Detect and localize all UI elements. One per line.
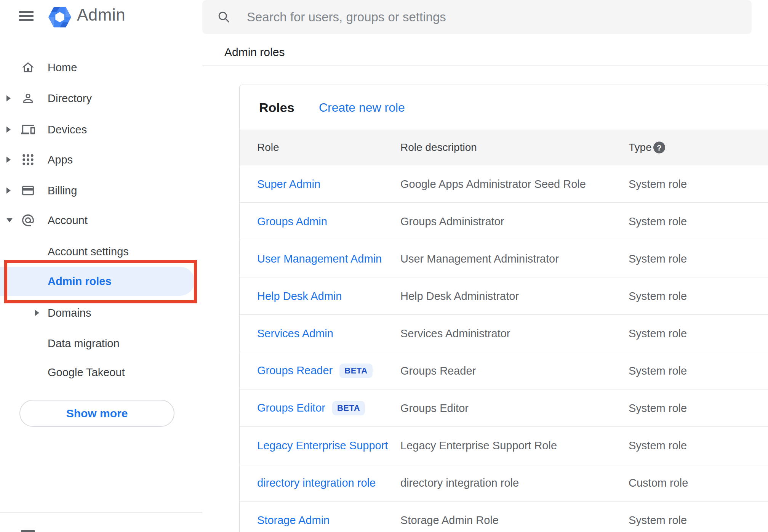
app-title: Admin — [77, 5, 125, 24]
roles-card-header: Roles Create new role — [240, 85, 768, 130]
sidebar-item-label: Account — [48, 214, 88, 227]
sidebar-item-label: Directory — [48, 92, 92, 105]
help-icon[interactable]: ? — [653, 142, 665, 154]
sidebar-item-devices[interactable]: Devices — [0, 114, 202, 145]
sidebar-item-label: Billing — [48, 184, 77, 197]
role-description: Groups Reader — [400, 364, 476, 377]
search-placeholder: Search for users, groups or settings — [247, 10, 446, 24]
clipped-bottom-icon — [21, 530, 35, 532]
column-header-description: Role description — [400, 141, 477, 154]
search-icon — [217, 10, 230, 24]
sidebar-item-google-takeout[interactable]: Google Takeout — [0, 357, 202, 388]
beta-badge: BETA — [332, 401, 365, 415]
table-row: Groups Editor BETA Groups Editor System … — [240, 389, 768, 427]
role-link[interactable]: Legacy Enterprise Support — [257, 439, 388, 452]
role-link[interactable]: Groups Reader — [257, 364, 333, 377]
table-row: Legacy Enterprise Support Legacy Enterpr… — [240, 427, 768, 464]
table-row: User Management Admin User Management Ad… — [240, 240, 768, 277]
sidebar-item-home[interactable]: Home — [0, 52, 202, 83]
expand-arrow-icon[interactable] — [6, 127, 11, 133]
sidebar-item-label: Domains — [48, 307, 91, 319]
role-type: System role — [629, 178, 687, 190]
role-type: System role — [629, 290, 687, 302]
role-description: Services Administrator — [400, 327, 510, 340]
expand-arrow-icon[interactable] — [6, 157, 11, 163]
sidebar-item-apps[interactable]: Apps — [0, 144, 202, 175]
beta-badge: BETA — [339, 364, 372, 378]
role-description: Google Apps Administrator Seed Role — [400, 178, 586, 190]
role-link[interactable]: Groups Admin — [257, 215, 327, 228]
role-link[interactable]: Help Desk Admin — [257, 290, 342, 302]
person-icon — [21, 91, 35, 106]
role-description: Groups Administrator — [400, 215, 504, 228]
role-type: System role — [629, 439, 687, 452]
role-type: System role — [629, 215, 687, 228]
role-type: System role — [629, 327, 687, 340]
table-header-row: Role Role description Type ? — [240, 130, 768, 165]
role-type: Custom role — [629, 476, 688, 489]
role-type: System role — [629, 364, 687, 377]
create-new-role-link[interactable]: Create new role — [319, 100, 405, 114]
sidebar-item-label: Admin roles — [48, 275, 112, 288]
column-header-role: Role — [257, 141, 279, 154]
sidebar-item-label: Google Takeout — [48, 366, 125, 379]
hamburger-menu-icon[interactable] — [19, 11, 34, 21]
sidebar-item-label: Account settings — [48, 245, 129, 258]
role-type: System role — [629, 514, 687, 526]
panel-title: Roles — [259, 100, 294, 115]
sidebar-item-admin-roles[interactable]: Admin roles — [0, 267, 202, 296]
home-icon — [21, 61, 35, 75]
role-description: Storage Admin Role — [400, 514, 499, 526]
role-type: System role — [629, 402, 687, 414]
table-row: Storage Admin Storage Admin Role System … — [240, 502, 768, 532]
sidebar-item-label: Home — [48, 61, 77, 74]
sidebar-item-data-migration[interactable]: Data migration — [0, 328, 202, 359]
roles-card: Roles Create new role Role Role descript… — [239, 85, 768, 532]
credit-card-icon — [21, 184, 35, 198]
expand-arrow-icon[interactable] — [6, 95, 11, 101]
sidebar-item-directory[interactable]: Directory — [0, 83, 202, 114]
table-row: Services Admin Services Administrator Sy… — [240, 315, 768, 352]
role-type: System role — [629, 252, 687, 265]
role-description: Legacy Enterprise Support Role — [400, 439, 557, 452]
expand-arrow-icon[interactable] — [6, 187, 11, 194]
breadcrumb: Admin roles — [224, 46, 285, 59]
sidebar-item-account-settings[interactable]: Account settings — [0, 236, 202, 267]
sidebar-item-label: Data migration — [48, 337, 120, 350]
devices-icon — [21, 123, 35, 137]
collapse-arrow-icon[interactable] — [6, 218, 13, 223]
role-description: directory integration role — [400, 476, 519, 489]
role-link[interactable]: Storage Admin — [257, 514, 330, 526]
expand-arrow-icon[interactable] — [35, 310, 39, 316]
sidebar-item-account[interactable]: Account — [0, 205, 202, 236]
admin-console-screen: Admin Home Directory — [0, 0, 768, 532]
table-row: Groups Reader BETA Groups Reader System … — [240, 352, 768, 389]
search-bar[interactable]: Search for users, groups or settings — [202, 0, 752, 34]
role-link[interactable]: User Management Admin — [257, 252, 382, 265]
header-divider — [202, 65, 768, 66]
sidebar-item-billing[interactable]: Billing — [0, 175, 202, 206]
show-more-button[interactable]: Show more — [19, 400, 174, 427]
sidebar-item-label: Apps — [48, 154, 73, 166]
column-header-type: Type — [629, 141, 652, 154]
apps-grid-icon — [21, 153, 35, 167]
sidebar-divider — [0, 512, 202, 513]
role-description: User Management Administrator — [400, 252, 559, 265]
role-description: Groups Editor — [400, 402, 469, 414]
role-link[interactable]: directory integration role — [257, 476, 376, 489]
table-row: Super Admin Google Apps Administrator Se… — [240, 165, 768, 203]
sidebar-item-label: Devices — [48, 123, 87, 136]
role-link[interactable]: Groups Editor — [257, 402, 325, 414]
at-sign-icon — [21, 213, 35, 228]
role-link[interactable]: Super Admin — [257, 178, 320, 190]
sidebar-item-domains[interactable]: Domains — [0, 298, 202, 328]
sidebar: Admin Home Directory — [0, 0, 202, 532]
table-row: directory integration role directory int… — [240, 464, 768, 502]
table-row: Groups Admin Groups Administrator System… — [240, 203, 768, 240]
role-description: Help Desk Administrator — [400, 290, 519, 302]
role-link[interactable]: Services Admin — [257, 327, 333, 340]
table-row: Help Desk Admin Help Desk Administrator … — [240, 277, 768, 315]
admin-logo-icon — [48, 6, 72, 28]
